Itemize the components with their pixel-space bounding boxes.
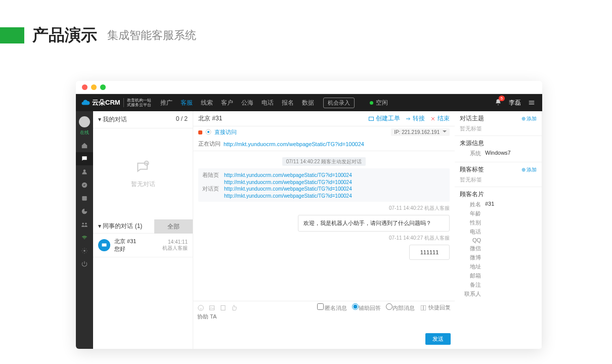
icon-sidebar: 在线 (76, 111, 93, 349)
attach-icon[interactable] (220, 304, 227, 311)
ip-badge: IP: 221.219.162.191 (391, 128, 450, 136)
nav-item-signup[interactable]: 报名 (278, 94, 298, 111)
direct-visit-label: 直接访问 (214, 128, 237, 136)
avatar[interactable] (79, 116, 90, 127)
slide-subtitle: 集成智能客服系统 (107, 28, 196, 43)
wifi-icon[interactable] (76, 231, 93, 244)
record-opportunity-button[interactable]: 机会录入 (323, 98, 355, 108)
message-area: 07/11 14:40:22 顾客主动发起对话 着陆页 http://mkt.y… (193, 151, 455, 301)
nav-item-data[interactable]: 数据 (298, 94, 318, 111)
conv-time: 14:41:11 (162, 239, 188, 245)
brand-sub: 教育机构一站式服务云平台 (123, 98, 151, 107)
user-name[interactable]: 李磊 (509, 99, 521, 107)
like-icon[interactable] (231, 304, 238, 311)
empty-chat-icon (135, 160, 151, 176)
create-ticket-button[interactable]: 创建工单 (368, 114, 400, 123)
visiting-url[interactable]: http://mkt.yunduocrm.com/webpageStatic/T… (224, 141, 364, 147)
url-block: 着陆页 http://mkt.yunduocrm.com/webpageStat… (198, 168, 450, 202)
colleague-header: ▾ 同事的对话 (1) 全部 (93, 219, 193, 234)
msg-ts: 07-11 14:40:22 机器人客服 (198, 205, 450, 212)
card-field[interactable]: 微博 (460, 254, 537, 261)
quick-reply-button[interactable]: 快捷回复 (420, 304, 451, 311)
conv-name: 北京 #31 (114, 238, 162, 245)
nav-item-service[interactable]: 客服 (177, 94, 197, 111)
nav-item-customers[interactable]: 客户 (217, 94, 237, 111)
card-field[interactable]: 邮箱 (460, 272, 537, 280)
svg-point-7 (207, 131, 209, 133)
source-title: 来源信息 (460, 139, 484, 148)
chat-title: 北京 #31 (198, 114, 222, 123)
tab-all[interactable]: 全部 (154, 219, 193, 234)
menu-icon[interactable] (528, 99, 535, 106)
image-icon[interactable] (208, 304, 215, 311)
people-icon[interactable] (76, 218, 93, 231)
topic-title: 对话主题 (460, 114, 484, 123)
power-icon[interactable] (76, 257, 93, 270)
zoom-icon[interactable] (100, 84, 106, 90)
visiting-row: 正在访问 http://mkt.yunduocrm.com/webpageSta… (193, 138, 455, 151)
home-icon[interactable] (76, 139, 93, 152)
card-title: 顾客名片 (460, 190, 484, 199)
chat-icon[interactable] (76, 152, 93, 165)
nav-item-phone[interactable]: 电话 (257, 94, 278, 111)
message-input[interactable] (197, 313, 451, 333)
topic-none: 暂无标签 (460, 125, 537, 132)
close-icon[interactable] (82, 84, 88, 90)
minimize-icon[interactable] (91, 84, 97, 90)
svg-rect-11 (421, 305, 423, 310)
card-field[interactable]: 备注 (460, 281, 537, 289)
send-button[interactable]: 发送 (425, 333, 451, 345)
emoji-icon[interactable] (197, 304, 204, 311)
empty-text: 暂无对话 (131, 180, 155, 189)
conv-agent: 机器人客服 (162, 245, 188, 252)
notification-badge: 5 (499, 96, 505, 101)
card-field[interactable]: 姓名#31 (460, 201, 537, 208)
my-convs-header[interactable]: ▾ 我的对话 0 / 2 (93, 111, 193, 128)
check-icon[interactable] (76, 178, 93, 192)
end-button[interactable]: 结束 (430, 114, 450, 123)
cloud-icon (81, 98, 90, 107)
brand-text: 云朵CRM (92, 98, 120, 107)
card-field[interactable]: 联系人 (460, 290, 537, 298)
person-icon[interactable] (76, 165, 93, 178)
conversation-list: ▾ 我的对话 0 / 2 暂无对话 ▾ 同事的对话 (1) 全部 北京 #31 … (93, 111, 193, 349)
transfer-button[interactable]: 转接 (405, 114, 425, 123)
nav-item-promo[interactable]: 推广 (156, 94, 177, 111)
card-field[interactable]: 电话 (460, 228, 537, 236)
title-accent-bar (0, 27, 24, 43)
chrome-icon (205, 129, 211, 136)
card-field[interactable]: 性别 (460, 219, 537, 226)
calendar-icon[interactable] (76, 192, 93, 205)
brand-logo: 云朵CRM 教育机构一站式服务云平台 (76, 98, 156, 107)
svg-rect-10 (221, 305, 225, 310)
card-field[interactable]: 年龄 (460, 210, 537, 217)
status-idle[interactable]: 空闲 (370, 99, 388, 107)
card-field[interactable]: 微信 (460, 245, 537, 252)
svg-rect-4 (102, 244, 107, 247)
add-tag-button[interactable]: ⊕ 添加 (521, 166, 537, 173)
bell-icon[interactable]: 5 (495, 99, 502, 107)
chart-icon[interactable] (76, 205, 93, 218)
nav-items: 推广 客服 线索 客户 公海 电话 报名 数据 (156, 94, 318, 111)
svg-rect-9 (209, 305, 214, 309)
empty-state: 暂无对话 (93, 128, 193, 219)
svg-point-8 (198, 305, 204, 310)
conversation-item[interactable]: 北京 #31 您好 14:41:11 机器人客服 (93, 234, 193, 257)
assist-radio[interactable]: 辅助回答 (352, 303, 381, 312)
nav-item-pool[interactable]: 公海 (237, 94, 257, 111)
svg-point-2 (83, 250, 85, 252)
monitor-icon (98, 239, 110, 251)
my-convs-count: 0 / 2 (176, 115, 188, 124)
nav-item-leads[interactable]: 线索 (197, 94, 217, 111)
mac-traffic-lights (76, 81, 542, 94)
card-field[interactable]: QQ (460, 237, 537, 243)
top-nav: 云朵CRM 教育机构一站式服务云平台 推广 客服 线索 客户 公海 电话 报名 … (76, 94, 542, 111)
add-topic-button[interactable]: ⊕ 添加 (521, 115, 537, 122)
internal-radio[interactable]: 内部消息 (386, 303, 415, 312)
gear-icon[interactable] (76, 244, 93, 257)
right-panel: 对话主题⊕ 添加 暂无标签 来源信息 系统Windows7 顾客标签⊕ 添加 暂… (455, 111, 542, 349)
card-field[interactable]: 地址 (460, 263, 537, 270)
app-window: 云朵CRM 教育机构一站式服务云平台 推广 客服 线索 客户 公海 电话 报名 … (76, 81, 542, 349)
anon-checkbox[interactable]: 匿名消息 (317, 303, 347, 312)
tags-none: 暂无标签 (460, 176, 537, 184)
